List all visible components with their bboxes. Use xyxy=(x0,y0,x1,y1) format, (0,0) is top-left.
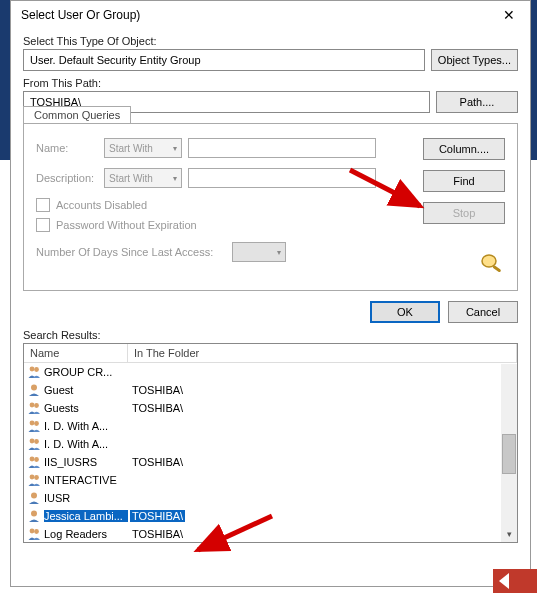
svg-point-12 xyxy=(34,457,39,462)
dialog-title: Select User Or Group) xyxy=(21,8,140,22)
result-folder: TOSHIBA\ xyxy=(128,402,185,414)
accounts-disabled-label: Accounts Disabled xyxy=(56,199,147,211)
list-item[interactable]: GROUP CR... xyxy=(24,363,517,381)
result-name: GROUP CR... xyxy=(44,366,128,378)
svg-point-8 xyxy=(34,421,39,426)
svg-point-16 xyxy=(31,511,37,517)
group-icon xyxy=(26,401,42,415)
svg-rect-1 xyxy=(492,265,501,273)
group-icon xyxy=(26,437,42,451)
title-bar: Select User Or Group) ✕ xyxy=(11,1,530,29)
svg-point-17 xyxy=(30,529,35,534)
group-icon xyxy=(26,455,42,469)
result-name: Guest xyxy=(44,384,128,396)
accounts-disabled-checkbox[interactable] xyxy=(36,198,50,212)
svg-point-15 xyxy=(31,493,37,499)
svg-point-3 xyxy=(34,367,39,372)
group-icon xyxy=(26,419,42,433)
result-name: I. D. With A... xyxy=(44,420,128,432)
object-types-button[interactable]: Object Types... xyxy=(431,49,518,71)
select-user-group-dialog: Select User Or Group) ✕ Select This Type… xyxy=(10,0,531,587)
svg-point-7 xyxy=(30,421,35,426)
cancel-button[interactable]: Cancel xyxy=(448,301,518,323)
svg-point-14 xyxy=(34,475,39,480)
result-folder: TOSHIBA\ xyxy=(128,456,185,468)
path-button[interactable]: Path.... xyxy=(436,91,518,113)
name-filter-select[interactable]: Start With▾ xyxy=(104,138,182,158)
stop-button: Stop xyxy=(423,202,505,224)
svg-point-18 xyxy=(34,529,39,534)
svg-point-9 xyxy=(30,439,35,444)
days-select[interactable]: ▾ xyxy=(232,242,286,262)
object-type-input[interactable] xyxy=(23,49,425,71)
list-item[interactable]: I. D. With A... xyxy=(24,435,517,453)
ok-button[interactable]: OK xyxy=(370,301,440,323)
list-item[interactable]: IIS_IUSRSTOSHIBA\ xyxy=(24,453,517,471)
col-name[interactable]: Name xyxy=(24,344,128,362)
svg-point-11 xyxy=(30,457,35,462)
list-item[interactable]: GuestsTOSHIBA\ xyxy=(24,399,517,417)
group-icon xyxy=(26,473,42,487)
svg-point-2 xyxy=(30,367,35,372)
result-name: I. D. With A... xyxy=(44,438,128,450)
list-item[interactable]: IUSR xyxy=(24,489,517,507)
svg-point-13 xyxy=(30,475,35,480)
result-folder: TOSHIBA\ xyxy=(128,528,185,540)
result-folder xyxy=(128,438,134,450)
list-item[interactable]: GuestTOSHIBA\ xyxy=(24,381,517,399)
svg-point-6 xyxy=(34,403,39,408)
days-since-access-label: Number Of Days Since Last Access: xyxy=(36,246,226,258)
result-folder xyxy=(128,492,134,504)
scroll-thumb[interactable] xyxy=(502,434,516,474)
column-button[interactable]: Column.... xyxy=(423,138,505,160)
name-input[interactable] xyxy=(188,138,376,158)
object-type-label: Select This Type Of Object: xyxy=(23,35,518,47)
magnifier-icon xyxy=(479,252,505,278)
tab-common-queries[interactable]: Common Queries xyxy=(23,106,131,123)
result-name: IIS_IUSRS xyxy=(44,456,128,468)
col-folder[interactable]: In The Folder xyxy=(128,344,517,362)
result-folder xyxy=(128,366,134,378)
user-icon xyxy=(26,491,42,505)
result-name: IUSR xyxy=(44,492,128,504)
svg-point-5 xyxy=(30,403,35,408)
name-label: Name: xyxy=(36,142,98,154)
result-name: INTERACTIVE xyxy=(44,474,128,486)
find-button[interactable]: Find xyxy=(423,170,505,192)
result-folder xyxy=(128,420,134,432)
group-icon xyxy=(26,365,42,379)
scrollbar[interactable]: ▾ xyxy=(501,364,517,542)
result-folder: TOSHIBA\ xyxy=(128,384,185,396)
result-name: Log Readers xyxy=(44,528,128,540)
svg-point-0 xyxy=(482,255,496,267)
list-item[interactable]: INTERACTIVE xyxy=(24,471,517,489)
description-label: Description: xyxy=(36,172,98,184)
search-results-label: Search Results: xyxy=(23,329,518,341)
corner-badge xyxy=(493,569,537,593)
from-path-label: From This Path: xyxy=(23,77,518,89)
list-item[interactable]: Jessica Lambi...TOSHIBA\ xyxy=(24,507,517,525)
result-folder: TOSHIBA\ xyxy=(128,510,185,522)
result-name: Guests xyxy=(44,402,128,414)
results-list: Name In The Folder GROUP CR...GuestTOSHI… xyxy=(23,343,518,543)
group-icon xyxy=(26,527,42,541)
password-no-expire-checkbox[interactable] xyxy=(36,218,50,232)
description-filter-select[interactable]: Start With▾ xyxy=(104,168,182,188)
description-input[interactable] xyxy=(188,168,376,188)
result-folder xyxy=(128,474,134,486)
svg-point-4 xyxy=(31,385,37,391)
list-item[interactable]: I. D. With A... xyxy=(24,417,517,435)
chevron-down-icon: ▾ xyxy=(173,144,177,153)
chevron-down-icon: ▾ xyxy=(277,248,281,257)
chevron-down-icon: ▾ xyxy=(173,174,177,183)
list-item[interactable]: Log ReadersTOSHIBA\ xyxy=(24,525,517,541)
result-name: Jessica Lambi... xyxy=(44,510,128,522)
password-no-expire-label: Password Without Expiration xyxy=(56,219,197,231)
svg-point-10 xyxy=(34,439,39,444)
user-icon xyxy=(26,509,42,523)
user-icon xyxy=(26,383,42,397)
close-icon[interactable]: ✕ xyxy=(494,5,524,25)
scroll-down-icon[interactable]: ▾ xyxy=(501,526,517,542)
